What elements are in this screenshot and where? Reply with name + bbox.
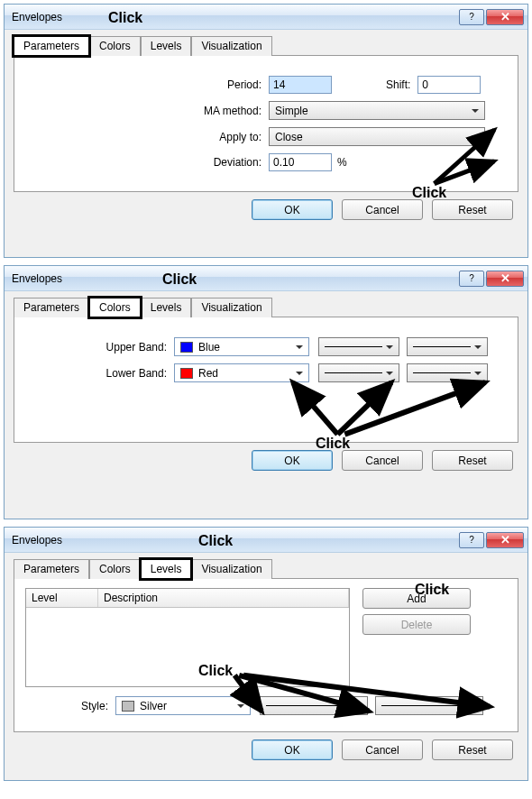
colors-panel: Upper Band: Blue Lower Band: Red [14, 317, 518, 443]
upper-line-width-combo[interactable] [407, 337, 488, 356]
titlebar: Envelopes ? ✕ [5, 5, 527, 30]
add-button[interactable]: Add [362, 588, 471, 609]
cancel-button[interactable]: Cancel [342, 199, 423, 220]
close-button[interactable]: ✕ [486, 9, 524, 25]
shift-input[interactable] [417, 76, 481, 94]
ma-method-combo[interactable]: Simple [269, 101, 485, 120]
help-button[interactable]: ? [459, 271, 484, 287]
col-level: Level [26, 589, 98, 607]
lower-line-style-combo[interactable] [318, 363, 399, 382]
tab-visualization[interactable]: Visualization [191, 298, 271, 317]
deviation-label: Deviation: [25, 156, 269, 169]
titlebar: Envelopes ? ✕ [5, 266, 527, 291]
color-swatch-icon [180, 342, 193, 353]
dialog-colors: Envelopes ? ✕ Parameters Colors Levels V… [4, 265, 528, 519]
color-swatch-icon [122, 701, 134, 712]
upper-band-label: Upper Band: [25, 341, 174, 354]
lower-color-combo[interactable]: Red [174, 363, 309, 382]
style-color-combo[interactable]: Silver [115, 696, 251, 715]
close-button[interactable]: ✕ [486, 532, 524, 548]
upper-color-combo[interactable]: Blue [174, 337, 309, 356]
reset-button[interactable]: Reset [432, 199, 513, 220]
help-button[interactable]: ? [459, 9, 484, 25]
window-title: Envelopes [12, 11, 457, 23]
tab-parameters[interactable]: Parameters [14, 36, 89, 56]
tab-levels[interactable]: Levels [141, 559, 192, 579]
ok-button[interactable]: OK [252, 450, 333, 471]
tab-parameters[interactable]: Parameters [14, 559, 89, 579]
close-button[interactable]: ✕ [486, 271, 524, 287]
tabstrip: Parameters Colors Levels Visualization [14, 35, 518, 55]
col-description: Description [98, 589, 349, 607]
tab-colors[interactable]: Colors [89, 559, 141, 579]
tabstrip: Parameters Colors Levels Visualization [14, 297, 518, 317]
levels-list[interactable]: Level Description [25, 588, 350, 687]
deviation-input[interactable] [269, 153, 332, 171]
tab-visualization[interactable]: Visualization [191, 36, 271, 56]
percent-label: % [337, 156, 347, 169]
ok-button[interactable]: OK [252, 739, 333, 760]
tab-colors[interactable]: Colors [89, 298, 141, 317]
window-title: Envelopes [12, 534, 457, 546]
period-input[interactable] [269, 76, 332, 94]
ok-button[interactable]: OK [252, 199, 333, 220]
style-line-style-combo[interactable] [260, 696, 368, 715]
cancel-button[interactable]: Cancel [342, 739, 423, 760]
window-title: Envelopes [12, 272, 457, 285]
ma-method-label: MA method: [25, 105, 269, 117]
delete-button[interactable]: Delete [362, 614, 471, 635]
dialog-levels: Envelopes ? ✕ Parameters Colors Levels V… [4, 527, 528, 781]
shift-label: Shift: [386, 78, 410, 91]
dialog-parameters: Envelopes ? ✕ Parameters Colors Levels V… [4, 4, 528, 258]
lower-band-label: Lower Band: [25, 367, 174, 380]
list-header: Level Description [26, 589, 349, 608]
parameters-panel: Period: Shift: MA method: Simple Apply t… [14, 55, 518, 192]
reset-button[interactable]: Reset [432, 739, 513, 760]
period-label: Period: [25, 78, 269, 91]
tab-parameters[interactable]: Parameters [14, 298, 89, 317]
style-line-width-combo[interactable] [375, 696, 483, 715]
upper-line-style-combo[interactable] [318, 337, 399, 356]
tab-visualization[interactable]: Visualization [191, 559, 271, 579]
titlebar: Envelopes ? ✕ [5, 528, 527, 553]
tab-levels[interactable]: Levels [141, 298, 192, 317]
cancel-button[interactable]: Cancel [342, 450, 423, 471]
reset-button[interactable]: Reset [432, 450, 513, 471]
help-button[interactable]: ? [459, 532, 484, 548]
levels-panel: Level Description Add Delete Style: Silv… [14, 578, 518, 732]
color-swatch-icon [180, 368, 193, 379]
tab-colors[interactable]: Colors [89, 36, 141, 56]
apply-to-label: Apply to: [25, 131, 269, 143]
apply-to-combo[interactable]: Close [269, 127, 485, 146]
tabstrip: Parameters Colors Levels Visualization [14, 558, 518, 578]
style-label: Style: [25, 700, 115, 712]
tab-levels[interactable]: Levels [141, 36, 192, 56]
lower-line-width-combo[interactable] [407, 363, 488, 382]
